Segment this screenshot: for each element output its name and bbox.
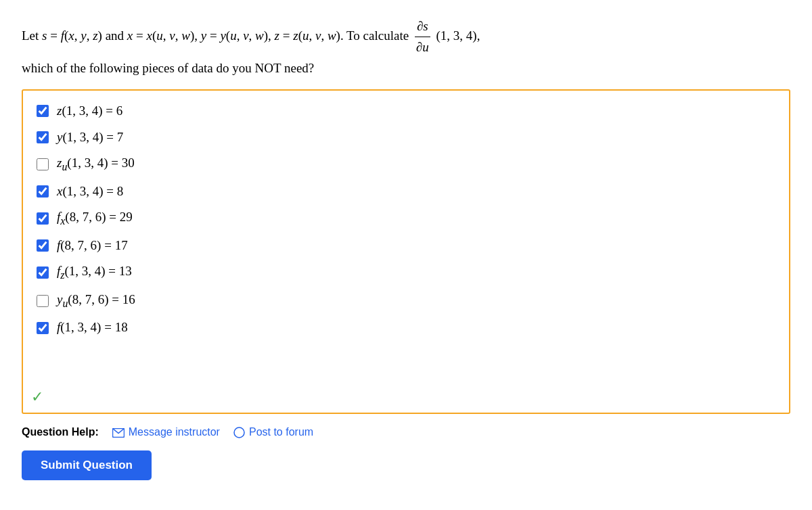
option-label-3[interactable]: zu(1, 3, 4) = 30 [57, 154, 135, 175]
question-text: Let s = f(x, y, z) and x = x(u, v, w), y… [22, 16, 790, 78]
option-checkbox-8[interactable] [37, 295, 49, 307]
option-checkbox-6[interactable] [37, 239, 49, 252]
intro-text: Let s = f(x, y, z) and x = x(u, v, w), y… [22, 28, 409, 43]
option-checkbox-4[interactable] [37, 185, 49, 198]
option-row-4: x(1, 3, 4) = 8 [37, 182, 775, 202]
option-label-6[interactable]: f(8, 7, 6) = 17 [57, 236, 128, 256]
question-help-label: Question Help: [22, 426, 99, 438]
option-checkbox-1[interactable] [37, 105, 49, 117]
partial-fraction: ∂s ∂u [415, 16, 430, 58]
option-checkbox-5[interactable] [37, 212, 49, 225]
option-row-1: z(1, 3, 4) = 6 [37, 101, 775, 121]
svg-point-1 [234, 427, 244, 438]
option-row-2: y(1, 3, 4) = 7 [37, 128, 775, 147]
option-checkbox-7[interactable] [37, 266, 49, 279]
option-row-8: yu(8, 7, 6) = 16 [37, 290, 775, 312]
message-instructor-text: Message instructor [129, 426, 220, 438]
message-instructor-link[interactable]: Message instructor [112, 426, 220, 438]
answer-box: z(1, 3, 4) = 6 y(1, 3, 4) = 7 zu(1, 3, 4… [22, 89, 790, 414]
post-to-forum-text: Post to forum [249, 426, 313, 438]
option-row-9: f(1, 3, 4) = 18 [37, 318, 775, 338]
option-label-5[interactable]: fx(8, 7, 6) = 29 [57, 208, 133, 229]
option-checkbox-2[interactable] [37, 131, 49, 143]
submit-button-label: Submit Question [41, 459, 133, 471]
mail-icon [112, 426, 125, 438]
post-to-forum-link[interactable]: Post to forum [233, 426, 313, 438]
option-label-1[interactable]: z(1, 3, 4) = 6 [57, 101, 122, 121]
question-help-bar: Question Help: Message instructor Post t… [22, 426, 790, 438]
option-row-5: fx(8, 7, 6) = 29 [37, 208, 775, 229]
option-row-7: fz(1, 3, 4) = 13 [37, 262, 775, 283]
option-checkbox-9[interactable] [37, 322, 49, 334]
option-label-8[interactable]: yu(8, 7, 6) = 16 [57, 290, 135, 312]
option-label-2[interactable]: y(1, 3, 4) = 7 [57, 128, 123, 147]
sub-question-text: which of the following pieces of data do… [22, 61, 314, 75]
option-label-9[interactable]: f(1, 3, 4) = 18 [57, 318, 128, 338]
option-label-4[interactable]: x(1, 3, 4) = 8 [57, 182, 123, 202]
point-text: (1, 3, 4), [436, 28, 480, 43]
option-row-3: zu(1, 3, 4) = 30 [37, 154, 775, 175]
option-row-6: f(8, 7, 6) = 17 [37, 236, 775, 256]
submit-question-button[interactable]: Submit Question [22, 450, 152, 480]
forum-icon [233, 426, 245, 438]
option-checkbox-3[interactable] [37, 158, 49, 170]
correct-indicator: ✓ [31, 388, 43, 406]
option-label-7[interactable]: fz(1, 3, 4) = 13 [57, 262, 132, 283]
